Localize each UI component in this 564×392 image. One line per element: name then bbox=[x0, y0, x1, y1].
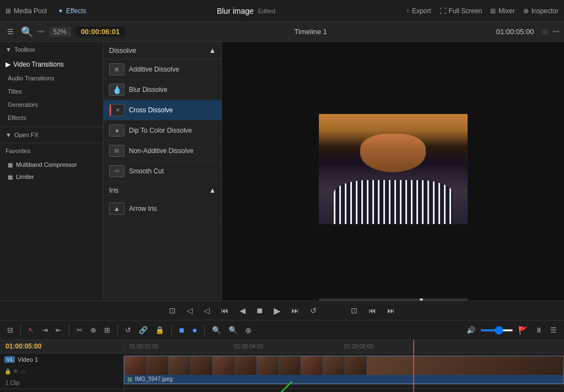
frame-prev-button[interactable]: ⏮ bbox=[366, 304, 378, 317]
preview-icon[interactable]: ◎ bbox=[543, 28, 548, 36]
effect-item-additive-dissolve[interactable]: ⊞ Additive Dissolve bbox=[104, 59, 221, 80]
volume-slider[interactable] bbox=[480, 329, 513, 331]
separator-4 bbox=[171, 325, 172, 336]
trim-tool-button[interactable]: ⇥ bbox=[39, 324, 51, 336]
favorites-header[interactable]: Favorites bbox=[0, 143, 103, 159]
sidebar-item-generators[interactable]: Generators bbox=[0, 98, 103, 111]
timecode-display[interactable]: 00:00:06:01 bbox=[75, 26, 126, 37]
track-select-dot[interactable]: ● bbox=[189, 324, 200, 337]
prev-frame-button[interactable]: ◁ bbox=[202, 304, 212, 317]
frame-next-button[interactable]: ⏭ bbox=[385, 304, 397, 317]
flag-button[interactable]: 🚩 bbox=[516, 324, 530, 336]
mixer-button[interactable]: ⊞ Mixer bbox=[490, 7, 514, 15]
playback-bar: ⊡ ◁ ◁ ⏮ ◀ ■ ▶ ⏭ ↺ ⊡ ⏮ ⏭ bbox=[0, 301, 564, 320]
timeline-label: Timeline 1 bbox=[129, 28, 491, 36]
dissolve-collapse-icon[interactable]: ▲ bbox=[209, 46, 216, 55]
toolbox-header[interactable]: ▼ Toolbox bbox=[0, 42, 103, 57]
volume-button[interactable]: 🔊 bbox=[464, 324, 478, 336]
v1-lock-icon[interactable]: 🔒 bbox=[4, 368, 11, 374]
sidebar-item-multiband-compressor[interactable]: ▦ Multiband Compressor bbox=[0, 159, 103, 171]
effect-item-cross-dissolve[interactable]: ✕ Cross Dissolve bbox=[104, 100, 221, 121]
preview-area bbox=[222, 42, 564, 301]
playhead-v1 bbox=[413, 353, 414, 389]
edited-badge: Edited bbox=[258, 8, 275, 14]
lock-button[interactable]: 🔒 bbox=[153, 324, 167, 336]
snap-button[interactable]: ↺ bbox=[122, 324, 134, 336]
a1-track-label: A1 🔒 👁 S M 2.0 bbox=[0, 389, 123, 392]
stop-button[interactable]: ■ bbox=[254, 303, 265, 319]
video-transitions-item[interactable]: ▶ Video Transitions bbox=[0, 57, 103, 72]
timeline-labels-col-header: 01:00:05:00 bbox=[0, 340, 124, 353]
open-fx-header[interactable]: ▼ Open FX bbox=[0, 127, 103, 143]
play-button[interactable]: ▶ bbox=[272, 303, 283, 318]
toolbox-chevron-icon: ▼ bbox=[6, 46, 12, 53]
effect-item-dip-to-color[interactable]: ◈ Dip To Color Dissolve bbox=[104, 121, 221, 141]
sidebar-item-audio-transitions[interactable]: Audio Transitions bbox=[0, 72, 103, 85]
fit-to-frame-button[interactable]: ⊡ bbox=[167, 304, 178, 317]
sidebar-item-titles[interactable]: Titles bbox=[0, 85, 103, 98]
zoom-in-button[interactable]: ⊕ bbox=[242, 324, 254, 336]
v1-track-name: Video 1 bbox=[18, 356, 38, 363]
a1-audio-track[interactable] bbox=[124, 389, 564, 392]
annotation-arrow bbox=[256, 379, 300, 392]
select-tool-button[interactable]: ↖ bbox=[25, 324, 37, 336]
blade-tool-button[interactable]: ✂ bbox=[74, 324, 85, 336]
video-clip[interactable]: ▦ IMG_5947.jpeg bbox=[124, 356, 564, 384]
iris-collapse-icon[interactable]: ▲ bbox=[209, 186, 216, 194]
v1-video-track[interactable]: ▦ IMG_5947.jpeg bbox=[124, 353, 564, 389]
effect-item-non-additive-dissolve[interactable]: ⊟ Non-Additive Dissolve bbox=[104, 141, 221, 161]
separator-5 bbox=[204, 325, 205, 336]
effect-item-smooth-cut[interactable]: 〜 Smooth Cut bbox=[104, 161, 221, 182]
dissolve-label: Dissolve bbox=[109, 46, 136, 55]
iris-section-header[interactable]: Iris ▲ bbox=[104, 182, 221, 199]
playhead-ruler bbox=[413, 340, 414, 353]
clip-count: 1 Clip bbox=[4, 380, 119, 386]
loop-button[interactable]: ↺ bbox=[308, 304, 319, 317]
export-button[interactable]: ↑ Export bbox=[406, 7, 431, 15]
effect-item-arrow-iris[interactable]: ▲ Arrow Iris bbox=[104, 199, 221, 219]
fullscreen-button[interactable]: ⛶ Full Screen bbox=[440, 7, 482, 15]
skip-back-button[interactable]: ◁ bbox=[185, 304, 195, 317]
playhead-a1 bbox=[413, 389, 414, 392]
sidebar-item-limiter[interactable]: ▦ Limiter bbox=[0, 171, 103, 183]
v1-eye-icon[interactable]: 👁 bbox=[13, 368, 19, 374]
timeline-view-button[interactable]: ⊟ bbox=[4, 324, 16, 336]
dissolve-section-header[interactable]: Dissolve ▲ bbox=[104, 42, 221, 59]
more-options-icon[interactable]: ••• bbox=[37, 28, 45, 36]
timeline-options-button[interactable]: ☰ bbox=[547, 324, 560, 336]
media-pool-button[interactable]: ⊞ Media Pool bbox=[6, 7, 47, 15]
skip-to-end-button[interactable]: ⏭ bbox=[289, 304, 301, 317]
crop-button[interactable]: ⊡ bbox=[349, 304, 360, 317]
sidebar-item-effects[interactable]: Effects bbox=[0, 111, 103, 124]
zoom-out-button[interactable]: 🔍 bbox=[209, 324, 224, 336]
search-icon[interactable]: 🔍 bbox=[21, 26, 33, 38]
pause-render-button[interactable]: ⏸ bbox=[533, 324, 545, 336]
zoom-fit-button[interactable]: 🔍 bbox=[226, 324, 240, 336]
link-button[interactable]: 🔗 bbox=[136, 324, 150, 336]
timeline-tracks[interactable]: ▦ IMG_5947.jpeg bbox=[124, 353, 564, 392]
copy-button[interactable]: ⊕ bbox=[88, 324, 99, 336]
separator-2 bbox=[69, 325, 69, 336]
current-timecode: 01:00:05:00 bbox=[0, 340, 123, 352]
timeline-ruler[interactable]: 01:00:02:00 01:00:04:00 01:00:06:00 bbox=[124, 340, 564, 353]
effect-item-blur-dissolve[interactable]: 💧 Blur Dissolve bbox=[104, 80, 221, 100]
paste-button[interactable]: ⊞ bbox=[101, 324, 113, 336]
clip-thumb-5 bbox=[213, 356, 235, 375]
timeline-toolbar: ⊟ ↖ ⇥ ⇤ ✂ ⊕ ⊞ ↺ 🔗 🔒 ■ ● 🔍 🔍 ⊕ 🔊 🚩 ⏸ ☰ bbox=[0, 320, 564, 340]
dynamic-trim-button[interactable]: ⇤ bbox=[53, 324, 64, 336]
inspector-icon: ⊕ bbox=[523, 7, 529, 15]
step-back-button[interactable]: ◀ bbox=[237, 304, 248, 317]
clip-thumb-6 bbox=[235, 356, 257, 375]
track-select-blue[interactable]: ■ bbox=[176, 324, 187, 337]
effects-button[interactable]: ✦ Effects bbox=[58, 7, 86, 15]
arrow-iris-icon: ▲ bbox=[109, 203, 124, 215]
v1-rect-icon[interactable]: ▭ bbox=[21, 368, 26, 374]
video-transitions-arrow-icon: ▶ bbox=[6, 61, 10, 68]
ruler-mark-1: 01:00:02:00 bbox=[129, 344, 159, 350]
non-additive-dissolve-icon: ⊟ bbox=[109, 145, 124, 157]
sidebar-toggle-button[interactable]: ☰ bbox=[4, 26, 17, 37]
skip-to-start-button[interactable]: ⏮ bbox=[219, 304, 231, 317]
more-icon[interactable]: ••• bbox=[552, 28, 560, 36]
inspector-button[interactable]: ⊕ Inspector bbox=[523, 7, 558, 15]
zoom-level[interactable]: 52% bbox=[49, 27, 71, 37]
